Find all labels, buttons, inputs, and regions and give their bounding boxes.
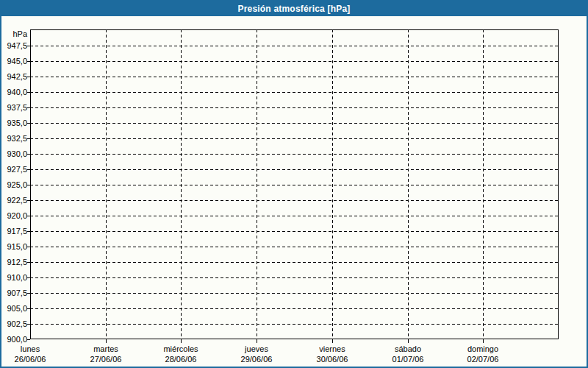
x-day-label: miércoles [140,344,221,354]
y-tick-label: 915,0 [1,241,27,252]
h-gridline [30,107,559,108]
x-date-label: 02/07/06 [442,354,523,364]
y-tick-mark [27,308,30,309]
y-tick-label: 910,0 [1,272,27,283]
y-tick-mark [27,216,30,216]
v-gridline [408,29,409,339]
h-gridline [30,169,559,170]
h-gridline [30,308,559,309]
y-tick-label: 907,5 [1,288,27,298]
y-tick-label: 932,5 [1,133,27,144]
x-date-label: 30/06/06 [292,354,373,364]
y-tick-label: 927,5 [1,164,27,174]
v-gridline [257,29,257,339]
y-tick-label: 940,0 [1,87,27,97]
h-gridline [30,92,559,93]
h-gridline [30,138,559,139]
y-tick-mark [27,138,30,139]
x-day-label: sábado [368,344,448,354]
x-day-label: domingo [442,344,523,354]
h-gridline [30,324,559,325]
y-tick-mark [27,185,30,185]
y-axis-unit-label: hPa [1,29,27,39]
y-tick-label: 947,5 [1,40,27,51]
y-tick-mark [27,77,30,77]
x-date-label: 28/06/06 [140,354,221,364]
x-tick-mark [332,339,333,343]
chart-title-bar: Presión atmosférica [hPa] [1,1,587,16]
v-gridline [483,29,484,339]
h-gridline [30,277,559,278]
y-tick-mark [27,293,30,294]
x-date-label: 01/07/06 [368,354,448,364]
x-day-label: viernes [292,344,373,354]
h-gridline [30,46,559,46]
h-gridline [30,185,559,185]
y-tick-mark [27,324,30,325]
y-tick-label: 937,5 [1,102,27,113]
x-date-label: 27/06/06 [65,354,146,364]
y-tick-mark [27,231,30,232]
y-tick-mark [27,154,30,155]
x-tick-mark [106,339,107,343]
x-day-label: martes [65,344,146,354]
y-tick-mark [27,339,30,340]
chart-window: Presión atmosférica [hPa] hPa 947,5945,0… [0,0,588,368]
y-tick-mark [27,61,30,62]
y-tick-mark [27,46,30,46]
x-tick-mark [257,339,257,343]
h-gridline [30,247,559,247]
x-day-label: jueves [216,344,297,354]
h-gridline [30,123,559,124]
h-gridline [30,293,559,294]
v-gridline [332,29,333,339]
y-tick-mark [27,92,30,93]
y-tick-label: 917,5 [1,226,27,236]
y-tick-mark [27,262,30,263]
h-gridline [30,61,559,62]
y-tick-label: 920,0 [1,210,27,221]
y-tick-label: 912,5 [1,257,27,267]
h-gridline [30,231,559,232]
y-tick-mark [27,200,30,201]
h-gridline [30,154,559,155]
y-tick-label: 900,0 [1,334,27,344]
y-tick-mark [27,123,30,124]
x-date-label: 29/06/06 [216,354,297,364]
y-tick-mark [27,247,30,247]
x-tick-mark [181,339,182,343]
x-tick-mark [483,339,484,343]
x-day-label: lunes [0,344,71,354]
v-gridline [181,29,182,339]
y-tick-mark [27,277,30,278]
x-date-label: 26/06/06 [0,354,71,364]
y-tick-label: 942,5 [1,71,27,82]
y-tick-mark [27,107,30,108]
y-tick-label: 935,0 [1,118,27,128]
y-tick-label: 922,5 [1,195,27,205]
x-tick-mark [408,339,409,343]
h-gridline [30,77,559,77]
h-gridline [30,262,559,263]
y-tick-label: 945,0 [1,56,27,66]
y-tick-mark [27,169,30,170]
chart-title: Presión atmosférica [hPa] [237,4,350,14]
y-tick-label: 905,0 [1,303,27,314]
h-gridline [30,200,559,201]
y-tick-label: 902,5 [1,319,27,329]
y-tick-label: 930,0 [1,149,27,159]
v-gridline [106,29,107,339]
y-tick-label: 925,0 [1,180,27,190]
h-gridline [30,216,559,216]
